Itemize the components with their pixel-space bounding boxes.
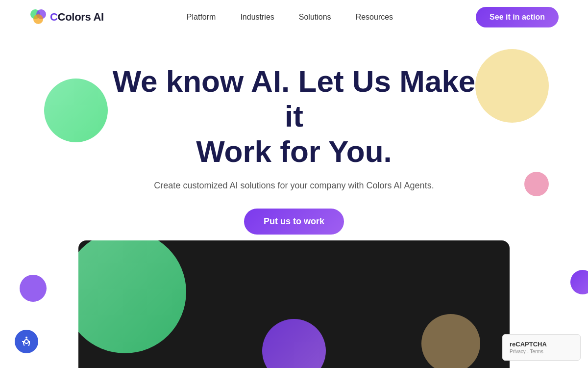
- recaptcha-box: reCAPTCHA Privacy - Terms: [502, 334, 581, 361]
- logo-icon: [29, 8, 47, 26]
- nav-item-industries[interactable]: Industries: [240, 13, 274, 22]
- nav-links: Platform Industries Solutions Resources: [187, 13, 393, 22]
- scroll-right-button[interactable]: [570, 270, 588, 294]
- accessibility-icon: [21, 336, 32, 347]
- preview-purple-circle: [262, 319, 326, 368]
- navbar: CColors AI Platform Industries Solutions…: [0, 0, 588, 34]
- preview-green-circle: [78, 240, 186, 353]
- recaptcha-subtitle: Privacy - Terms: [510, 349, 573, 354]
- put-us-to-work-button[interactable]: Put us to work: [244, 209, 344, 235]
- nav-item-platform[interactable]: Platform: [187, 13, 216, 22]
- nav-item-solutions[interactable]: Solutions: [299, 13, 331, 22]
- svg-point-2: [33, 14, 43, 24]
- preview-inner: [78, 240, 510, 368]
- hero-section: We know AI. Let Us Make it Work for You.…: [0, 34, 588, 254]
- recaptcha-title: reCAPTCHA: [510, 341, 573, 348]
- logo[interactable]: CColors AI: [29, 8, 104, 26]
- see-it-in-action-button[interactable]: See it in action: [476, 7, 559, 27]
- preview-gold-circle: [421, 314, 480, 368]
- nav-item-resources[interactable]: Resources: [356, 13, 393, 22]
- decorative-circle-purple-left: [20, 275, 47, 302]
- preview-section: [78, 240, 510, 368]
- hero-subtitle: Create customized AI solutions for your …: [10, 181, 578, 191]
- logo-text: CColors AI: [50, 11, 104, 24]
- accessibility-button[interactable]: [15, 330, 38, 353]
- hero-title: We know AI. Let Us Make it Work for You.: [110, 64, 478, 169]
- svg-point-3: [25, 337, 27, 339]
